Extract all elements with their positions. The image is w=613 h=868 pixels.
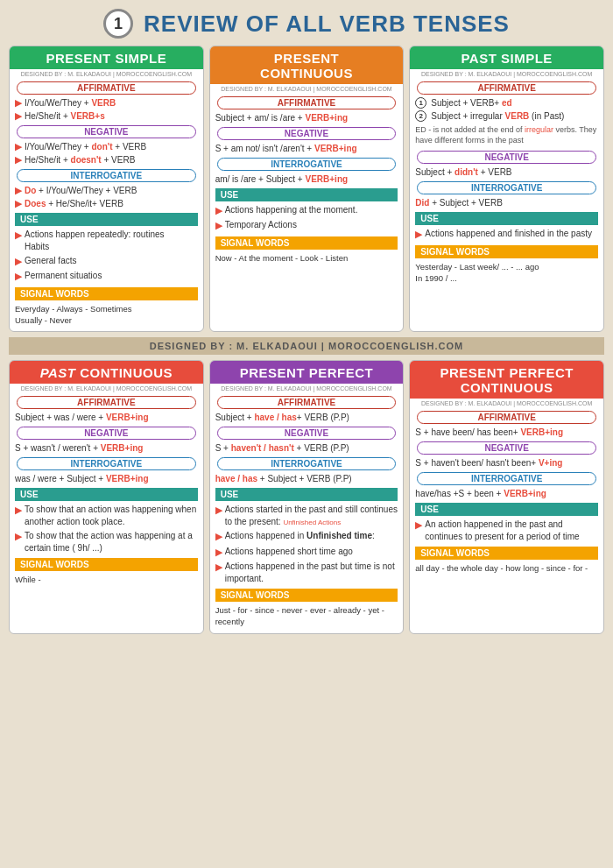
use-item: To show that the action was happening at…: [25, 530, 198, 554]
formula-row: Subject + have / has+ VERB (P.P): [215, 412, 398, 423]
arrow-icon: ▶: [215, 546, 222, 559]
signal-label-ptc: SIGNAL WORDS: [15, 558, 198, 571]
arrow-icon: ▶: [15, 141, 22, 152]
card-header-past-simple: PAST SIMPLE: [410, 46, 603, 69]
present-simple-title: PRESENT SIMPLE: [17, 51, 196, 66]
present-perfect-cont-negative: S + haven't been/ hasn't been+ V+ing: [410, 457, 603, 469]
arrow-icon: ▶: [215, 504, 222, 517]
card-header-present-perfect-cont: PRESENT PERFECTCONTINUOUS: [410, 361, 603, 399]
formula-text: Do + I/You/We/They + VERB: [25, 185, 137, 196]
use-label-ppc: USE: [415, 503, 598, 516]
formula-row: am/ is /are + Subject + VERB+ing: [215, 173, 398, 185]
use-item: Actions happen repeatedly: routinesHabit…: [25, 229, 165, 253]
present-simple-negative: ▶ I/You/We/They + don't + VERB ▶ He/She/…: [10, 141, 203, 166]
use-item: General facts: [25, 255, 76, 267]
use-item: Actions happened in the past but time is…: [225, 561, 398, 585]
formula-row: ▶ I/You/We/They + don't + VERB: [15, 141, 198, 152]
signal-content-ps: Everyday - Always - SometimesUsually - N…: [10, 303, 203, 327]
divider: DESIGNED BY : M. ELKADAOUI | MOROCCOENGL…: [9, 337, 604, 355]
signal-content-pc: Now - At the moment - Look - Listen: [210, 252, 404, 264]
formula-text: Subject + irregular VERB (in Past): [431, 110, 564, 122]
use-item: Temporary Actions: [225, 219, 297, 231]
formula-text: He/She/it + VERB+s: [25, 110, 105, 122]
card-present-perfect-continuous: PRESENT PERFECTCONTINUOUS DESIGNED BY : …: [409, 360, 604, 633]
formula-row: ▶ Do + I/You/We/They + VERB: [15, 185, 198, 196]
signal-content-ppc: all day - the whole day - how long - sin…: [410, 562, 603, 574]
formula-text: Subject + am/ is /are + VERB+ing: [215, 112, 348, 123]
label-negative-ps: NEGATIVE: [17, 125, 196, 138]
present-continuous-interrogative: am/ is /are + Subject + VERB+ing: [210, 173, 404, 185]
past-continuous-interrogative: was / were + Subject + VERB+ing: [10, 473, 203, 484]
present-simple-designed-by: DESIGNED BY : M. ELKADAOUI | MOROCCOENGL…: [10, 69, 203, 78]
num-icon: 2: [415, 110, 426, 122]
formula-text: have/has +S + been + VERB+ing: [415, 488, 546, 499]
formula-row: Subject + am/ is /are + VERB+ing: [215, 112, 398, 123]
present-perfect-negative: S + haven't / hasn't + VERB (P.P): [210, 442, 404, 454]
present-perfect-cont-interrogative: have/has +S + been + VERB+ing: [410, 488, 603, 499]
formula-text: Does + He/She/it+ VERB: [25, 198, 123, 209]
formula-row: have / has + Subject + VERB (P.P): [215, 473, 398, 484]
present-perfect-cont-designed-by: DESIGNED BY : M. ELKADAOUI | MOROCCOENGL…: [410, 399, 603, 407]
past-simple-interrogative: Did + Subject + VERB: [410, 197, 603, 208]
signal-label-ps: SIGNAL WORDS: [15, 287, 198, 300]
formula-text: I/You/We/They + VERB: [25, 97, 116, 109]
formula-text: am/ is /are + Subject + VERB+ing: [215, 173, 348, 185]
label-interrogative-ppc: INTERROGATIVE: [417, 472, 596, 485]
formula-row: ▶ Actions happening at the moment.: [215, 204, 398, 217]
label-negative-pc: NEGATIVE: [217, 127, 397, 140]
formula-row: S + haven't been/ hasn't been+ V+ing: [415, 457, 598, 469]
use-content-pc: ▶ Actions happening at the moment. ▶ Tem…: [210, 204, 404, 233]
signal-content-ptc: While -: [10, 574, 203, 585]
formula-row: ▶ He/She/it + doesn't + VERB: [15, 154, 198, 166]
present-perfect-cont-title: PRESENT PERFECTCONTINUOUS: [417, 365, 596, 395]
past-continuous-negative: S + wasn't / weren't + VERB+ing: [10, 442, 203, 454]
use-label-ptc: USE: [15, 488, 198, 501]
present-continuous-negative: S + am not/ isn't /aren't + VERB+ing: [210, 143, 404, 154]
arrow-icon: ▶: [215, 561, 222, 574]
present-perfect-title: PRESENT PERFECT: [217, 365, 397, 380]
label-affirmative-ptc: AFFIRMATIVE: [17, 396, 196, 409]
formula-text: Subject + VERB+ ed: [431, 97, 511, 109]
label-negative-pts: NEGATIVE: [417, 151, 596, 164]
formula-row: ▶ To show that the action was happening …: [15, 530, 198, 554]
formula-row: ▶ Actions happen repeatedly: routinesHab…: [15, 229, 198, 253]
use-content-ps: ▶ Actions happen repeatedly: routinesHab…: [10, 229, 203, 284]
arrow-icon: ▶: [415, 519, 422, 532]
formula-row: ▶ He/She/it + VERB+s: [15, 110, 198, 122]
card-present-continuous: PRESENTCONTINUOUS DESIGNED BY : M. ELKAD…: [209, 46, 405, 332]
present-simple-affirmative: ▶ I/You/We/They + VERB ▶ He/She/it + VER…: [10, 97, 203, 122]
formula-text: Did + Subject + VERB: [415, 197, 503, 208]
arrow-icon: ▶: [15, 229, 22, 242]
arrow-icon: ▶: [215, 219, 222, 232]
page-header: 1 REVIEW OF ALL VERB TENSES: [9, 9, 604, 39]
card-present-perfect: PRESENT PERFECT DESIGNED BY : M. ELKADAO…: [209, 360, 405, 633]
card-header-present-perfect: PRESENT PERFECT: [210, 361, 404, 384]
card-header-past-continuous: PAST CONTINUOUS: [10, 361, 203, 384]
arrow-icon: ▶: [15, 185, 22, 196]
arrow-icon: ▶: [15, 270, 22, 283]
label-negative-pp: NEGATIVE: [217, 427, 397, 440]
signal-label-pp: SIGNAL WORDS: [215, 589, 398, 602]
signal-label-ppc: SIGNAL WORDS: [415, 547, 598, 560]
use-item: Actions started in the past and still co…: [225, 504, 398, 528]
formula-row: ▶ To show that an action was happening w…: [15, 504, 198, 528]
formula-row: Subject + was / were + VERB+ing: [15, 412, 198, 423]
formula-row: ▶ Actions happened and finished in the p…: [415, 228, 598, 241]
use-label-ps: USE: [15, 213, 198, 226]
formula-row: have/has +S + been + VERB+ing: [415, 488, 598, 499]
past-continuous-designed-by: DESIGNED BY : M. ELKADAOUI | MOROCCOENGL…: [10, 384, 203, 392]
page-number: 1: [103, 9, 133, 39]
signal-label-pts: SIGNAL WORDS: [415, 245, 598, 258]
top-grid: PRESENT SIMPLE DESIGNED BY : M. ELKADAOU…: [9, 46, 604, 332]
formula-row: ▶ Actions happened in the past but time …: [215, 561, 398, 585]
past-continuous-title: PAST CONTINUOUS: [17, 365, 196, 380]
label-interrogative-pc: INTERROGATIVE: [217, 158, 397, 171]
use-label-pp: USE: [215, 488, 398, 501]
card-header-present-simple: PRESENT SIMPLE: [10, 46, 203, 69]
card-header-present-continuous: PRESENTCONTINUOUS: [210, 46, 404, 84]
label-affirmative-pp: AFFIRMATIVE: [217, 396, 397, 409]
formula-row: ▶ Permanent situatios: [15, 270, 198, 283]
label-interrogative-ps: INTERROGATIVE: [17, 169, 196, 182]
label-interrogative-pp: INTERROGATIVE: [217, 457, 397, 470]
arrow-icon: ▶: [15, 504, 22, 517]
